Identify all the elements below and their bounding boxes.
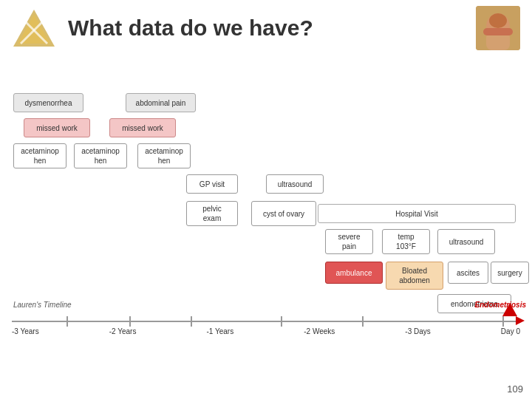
tick-label-4: -2 Weeks <box>304 327 335 335</box>
cyst-of-ovary-box: cyst of ovary <box>251 201 316 226</box>
svg-point-7 <box>489 13 507 28</box>
ambulance-box: ambulance <box>325 262 383 284</box>
page-number: 109 <box>507 383 523 395</box>
header: What data do we have? <box>0 0 532 56</box>
missed-work-2-box: missed work <box>109 118 176 137</box>
hospital-visit-box: Hospital Visit <box>318 204 516 223</box>
endometriosis-label: Endometriosis <box>475 301 526 309</box>
timeline-arrow <box>516 316 525 325</box>
tick-1 <box>66 316 68 327</box>
severe-pain-box: severe pain <box>325 229 373 254</box>
abdominal-pain-box: abdominal pain <box>126 93 196 112</box>
tick-label-6: Day 0 <box>501 327 520 335</box>
tick-label-3: -1 Years <box>207 327 234 335</box>
tick-6 <box>502 316 504 327</box>
tick-label-2: -2 Years <box>109 327 137 335</box>
acetaminop-1-box: acetaminop hen <box>13 143 66 168</box>
laurens-timeline-label: Lauren's Timeline <box>13 301 72 309</box>
tick-label-1: -3 Years <box>12 327 39 335</box>
timeline-labels: -3 Years -2 Years -1 Years -2 Weeks -3 D… <box>12 327 520 335</box>
temp-103f-box: temp 103°F <box>382 229 430 254</box>
tick-5 <box>362 316 364 327</box>
acetaminop-2-box: acetaminop hen <box>74 143 127 168</box>
pelvic-exam-box: pelvic exam <box>186 201 238 226</box>
avatar <box>476 6 520 50</box>
tick-3 <box>191 316 192 327</box>
ascites-box: ascites <box>448 262 488 284</box>
logo <box>12 8 56 49</box>
page-title: What data do we have? <box>68 16 476 41</box>
tick-4 <box>281 316 282 327</box>
dysmenorrhea-box: dysmenorrhea <box>13 93 83 112</box>
bloated-abdomen-box: Bloated abdomen <box>386 262 443 290</box>
timeline-line <box>12 321 520 322</box>
tick-label-5: -3 Days <box>405 327 430 335</box>
svg-rect-9 <box>483 28 513 35</box>
gp-visit-box: GP visit <box>186 174 238 194</box>
tick-2 <box>129 316 131 327</box>
ultrasound-1-box: ultrasound <box>266 174 324 194</box>
surgery-box: surgery <box>491 262 529 284</box>
acetaminop-3-box: acetaminop hen <box>137 143 191 168</box>
missed-work-1-box: missed work <box>24 118 90 137</box>
ultrasound-2-box: ultrasound <box>437 229 495 254</box>
timeline-area: dysmenorrhea abdominal pain missed work … <box>0 56 532 366</box>
